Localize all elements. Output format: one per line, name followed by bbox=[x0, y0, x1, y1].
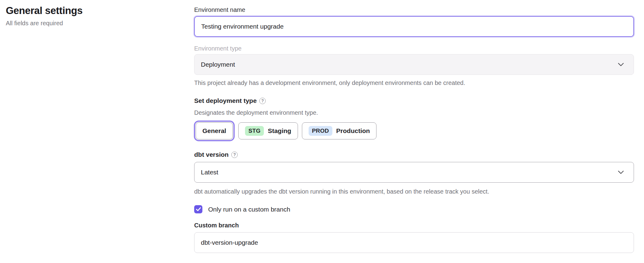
deployment-type-label: Set deployment type ? bbox=[194, 96, 634, 105]
environment-type-label: Environment type bbox=[194, 45, 634, 52]
custom-branch-checkbox-label[interactable]: Only run on a custom branch bbox=[208, 206, 290, 213]
settings-header: General settings All fields are required bbox=[6, 5, 176, 27]
chevron-down-icon bbox=[618, 170, 624, 174]
environment-name-label: Environment name bbox=[194, 6, 634, 13]
environment-type-select: Deployment bbox=[194, 54, 634, 75]
production-badge: PROD bbox=[309, 126, 332, 136]
page-title: General settings bbox=[6, 5, 176, 16]
environment-type-value: Deployment bbox=[201, 61, 235, 68]
deployment-type-production-label: Production bbox=[336, 127, 370, 135]
environment-name-input[interactable] bbox=[194, 16, 634, 37]
checkmark-icon bbox=[196, 207, 201, 211]
dbt-version-label: dbt version ? bbox=[194, 150, 634, 159]
environment-settings-form: Environment name Environment type Deploy… bbox=[194, 0, 634, 253]
custom-branch-label: Custom branch bbox=[194, 222, 634, 229]
page-subtitle: All fields are required bbox=[6, 20, 176, 27]
deployment-type-options: General STG Staging PROD Production bbox=[194, 121, 634, 141]
custom-branch-input[interactable] bbox=[194, 232, 634, 253]
dbt-version-select[interactable]: Latest bbox=[194, 162, 634, 183]
chevron-down-icon bbox=[618, 63, 624, 66]
deployment-type-general-button[interactable]: General bbox=[196, 122, 233, 139]
dbt-version-helper: dbt automatically upgrades the dbt versi… bbox=[194, 187, 634, 196]
deployment-type-label-text: Set deployment type bbox=[194, 96, 257, 105]
help-circle-icon[interactable]: ? bbox=[231, 152, 238, 158]
custom-branch-checkbox[interactable] bbox=[194, 205, 202, 213]
dbt-version-label-text: dbt version bbox=[194, 150, 229, 159]
deployment-type-description: Designates the deployment environment ty… bbox=[194, 108, 634, 117]
deployment-type-staging-button[interactable]: STG Staging bbox=[238, 122, 298, 139]
deployment-type-general-label: General bbox=[202, 127, 226, 135]
environment-type-helper: This project already has a development e… bbox=[194, 79, 634, 87]
custom-branch-checkbox-row: Only run on a custom branch bbox=[194, 205, 634, 213]
staging-badge: STG bbox=[245, 126, 264, 136]
deployment-type-staging-label: Staging bbox=[268, 127, 291, 135]
dbt-version-value: Latest bbox=[201, 169, 218, 176]
help-circle-icon[interactable]: ? bbox=[259, 98, 266, 104]
deployment-type-production-button[interactable]: PROD Production bbox=[302, 122, 377, 139]
